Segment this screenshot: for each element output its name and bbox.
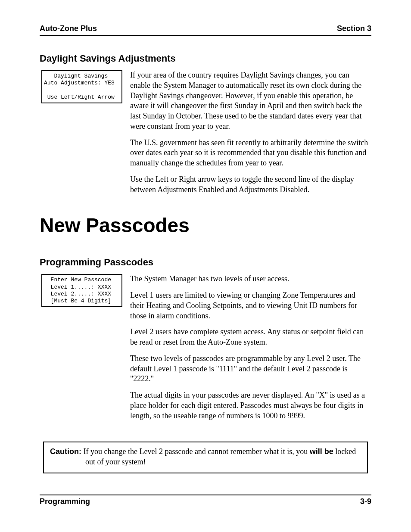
passcodes-p2: Level 1 users are limited to viewing or … <box>130 290 371 321</box>
footer-left: Programming <box>40 497 90 506</box>
caution-strong: will be <box>310 447 333 456</box>
header-right: Section 3 <box>337 24 371 33</box>
lcd-daylight: Daylight Savings Auto Adjustments: YES U… <box>41 70 122 103</box>
passcodes-p1: The System Manager has two levels of use… <box>130 274 371 284</box>
caution-text-before: If you change the Level 2 passcode and c… <box>81 447 310 456</box>
page: Auto-Zone Plus Section 3 Daylight Saving… <box>0 0 411 532</box>
daylight-p1: If your area of the country requires Day… <box>130 70 371 132</box>
heading-daylight: Daylight Savings Adjustments <box>40 53 371 64</box>
page-footer: Programming 3-9 <box>40 495 371 506</box>
page-header: Auto-Zone Plus Section 3 <box>40 24 371 33</box>
passcodes-block: Enter New Passcode Level 1.....: XXXX Le… <box>40 274 371 427</box>
passcodes-body: The System Manager has two levels of use… <box>130 274 371 427</box>
passcodes-p4: These two levels of passcodes are progra… <box>130 354 371 384</box>
header-left: Auto-Zone Plus <box>40 24 97 33</box>
heading-passcodes: Programming Passcodes <box>40 257 371 268</box>
title-new-passcodes: New Passcodes <box>40 214 371 237</box>
lcd-passcodes: Enter New Passcode Level 1.....: XXXX Le… <box>41 274 122 307</box>
header-rule <box>40 35 371 36</box>
footer-right: 3-9 <box>360 497 371 506</box>
passcodes-p3: Level 2 users have complete system acces… <box>130 327 371 348</box>
caution-label: Caution: <box>50 447 81 456</box>
daylight-p2: The U.S. government has seen fit recentl… <box>130 138 371 168</box>
caution-box: Caution: If you change the Level 2 passc… <box>43 442 368 473</box>
daylight-body: If your area of the country requires Day… <box>130 70 371 201</box>
daylight-block: Daylight Savings Auto Adjustments: YES U… <box>40 70 371 201</box>
passcodes-p5: The actual digits in your passcodes are … <box>130 390 371 421</box>
daylight-p3: Use the Left or Right arrow keys to togg… <box>130 174 371 195</box>
footer-rule <box>40 495 371 495</box>
